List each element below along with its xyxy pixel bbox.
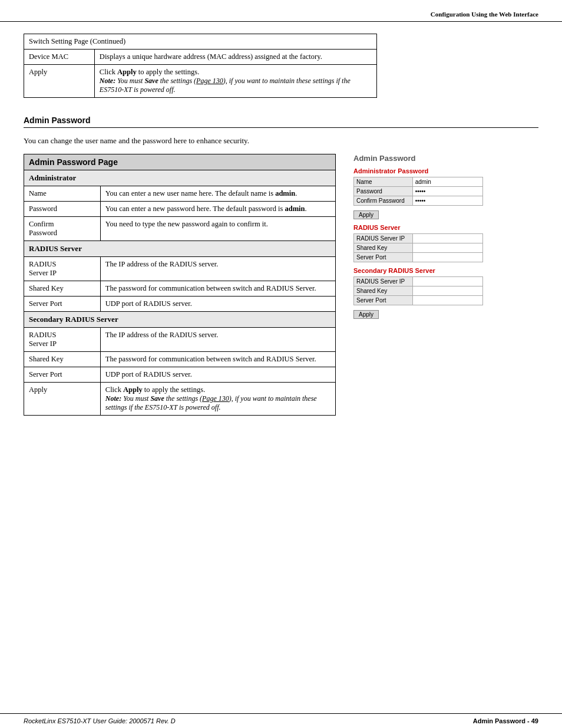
password-label: Password (24, 202, 101, 217)
mini-table-row: Server Port (354, 253, 483, 262)
device-mac-label: Device MAC (24, 50, 95, 65)
apply-label-bottom: Apply (24, 383, 101, 416)
mini-name-label: Name (354, 177, 413, 187)
mini-table-row: Server Port (354, 296, 483, 305)
mini-password-label: Password (354, 187, 413, 196)
table-row: RADIUSServer IP The IP address of the RA… (24, 328, 336, 352)
table-row: Password You can enter a new password he… (24, 202, 336, 217)
secondary-shared-key-label: Shared Key (24, 352, 101, 367)
page-footer: RocketLinx ES7510-XT User Guide: 2000571… (0, 713, 562, 728)
radius-subtitle: RADIUS Server (353, 224, 507, 231)
table-row: RADIUSServer IP The IP address of the RA… (24, 257, 336, 281)
table-row: Server Port UDP port of RADIUS server. (24, 367, 336, 383)
section-intro: You can change the user name and the pas… (24, 136, 538, 146)
page-header: Configuration Using the Web Interface (0, 0, 562, 22)
mini-radius-ip-label: RADIUS Server IP (354, 234, 413, 243)
switch-table-header: Switch Setting Page (Continued) (24, 34, 377, 50)
mini-secondary-port-value (412, 296, 482, 305)
shared-key-desc: The password for communication between s… (100, 281, 335, 297)
table-row: ConfirmPassword You need to type the new… (24, 217, 336, 241)
mini-confirm-value: ••••• (412, 196, 482, 206)
mini-name-value: admin (412, 177, 482, 187)
radius-label: RADIUS Server (24, 241, 336, 257)
mini-shared-key-value (412, 243, 482, 253)
mini-password-value: ••••• (412, 187, 482, 196)
table-row: Shared Key The password for communicatio… (24, 281, 336, 297)
footer-right-text: Admin Password - 49 (473, 717, 538, 724)
password-desc: You can enter a new password here. The d… (100, 202, 335, 217)
apply-desc: Click Apply to apply the settings. Note:… (94, 65, 376, 98)
secondary-radius-ip-desc: The IP address of the RADIUS server. (100, 328, 335, 352)
administrator-section-header: Administrator (24, 170, 336, 186)
name-desc: You can enter a new user name here. The … (100, 186, 335, 202)
footer-left-text: RocketLinx ES7510-XT User Guide: 2000571… (24, 717, 176, 724)
mini-table-row: RADIUS Server IP (354, 234, 483, 243)
mini-table-row: Name admin (354, 177, 483, 187)
mini-shared-key-label: Shared Key (354, 243, 413, 253)
two-col-layout: Admin Password Page Administrator Name Y… (24, 154, 538, 416)
admin-password-title: Admin Password (24, 116, 538, 125)
radius-server-ip-label: RADIUSServer IP (24, 257, 101, 281)
mini-server-port-value (412, 253, 482, 262)
right-panel-title: Admin Password (353, 154, 507, 163)
table-row: Server Port UDP port of RADIUS server. (24, 297, 336, 312)
mini-table-row: Confirm Password ••••• (354, 196, 483, 206)
section-divider (24, 127, 538, 128)
mini-table-row: Shared Key (354, 286, 483, 296)
server-port-label: Server Port (24, 297, 101, 312)
main-content: Switch Setting Page (Continued) Device M… (0, 22, 562, 439)
mini-secondary-ip-value (412, 277, 482, 286)
confirm-password-desc: You need to type the new password again … (100, 217, 335, 241)
radius-mini-table: RADIUS Server IP Shared Key Server Port (353, 233, 483, 262)
secondary-server-port-label: Server Port (24, 367, 101, 383)
admin-page-header: Admin Password Page (24, 154, 336, 170)
right-panel: Admin Password Administrator Password Na… (353, 154, 507, 324)
secondary-server-port-desc: UDP port of RADIUS server. (100, 367, 335, 383)
radius-server-ip-desc: The IP address of the RADIUS server. (100, 257, 335, 281)
mini-confirm-label: Confirm Password (354, 196, 413, 206)
server-port-desc: UDP port of RADIUS server. (100, 297, 335, 312)
secondary-radius-mini-table: RADIUS Server IP Shared Key Server Port (353, 276, 483, 305)
radius-section-header: RADIUS Server (24, 241, 336, 257)
secondary-radius-ip-label: RADIUSServer IP (24, 328, 101, 352)
table-row: Apply Click Apply to apply the settings.… (24, 65, 377, 98)
table-row: Apply Click Apply to apply the settings.… (24, 383, 336, 416)
table-row: Name You can enter a new user name here.… (24, 186, 336, 202)
mini-secondary-key-value (412, 286, 482, 296)
confirm-password-label: ConfirmPassword (24, 217, 101, 241)
apply-label: Apply (24, 65, 95, 98)
table-row: Shared Key The password for communicatio… (24, 352, 336, 367)
shared-key-label: Shared Key (24, 281, 101, 297)
mini-table-row: Shared Key (354, 243, 483, 253)
apply-desc-bottom: Click Apply to apply the settings. Note:… (100, 383, 335, 416)
mini-radius-ip-value (412, 234, 482, 243)
mini-secondary-ip-label: RADIUS Server IP (354, 277, 413, 286)
header-title: Configuration Using the Web Interface (431, 11, 538, 18)
secondary-radius-subtitle: Secondary RADIUS Server (353, 267, 507, 274)
admin-password-table: Admin Password Page Administrator Name Y… (24, 154, 336, 416)
mini-server-port-label: Server Port (354, 253, 413, 262)
admin-mini-table: Name admin Password ••••• Confirm Passwo… (353, 177, 483, 206)
device-mac-desc: Displays a unique hardware address (MAC … (94, 50, 376, 65)
secondary-radius-label: Secondary RADIUS Server (24, 312, 336, 328)
secondary-shared-key-desc: The password for communication between s… (100, 352, 335, 367)
admin-apply-button[interactable]: Apply (353, 210, 379, 219)
switch-setting-table: Switch Setting Page (Continued) Device M… (24, 34, 377, 98)
mini-secondary-key-label: Shared Key (354, 286, 413, 296)
name-label: Name (24, 186, 101, 202)
admin-password-subtitle: Administrator Password (353, 167, 507, 174)
secondary-apply-button[interactable]: Apply (353, 310, 379, 319)
mini-table-row: RADIUS Server IP (354, 277, 483, 286)
mini-secondary-port-label: Server Port (354, 296, 413, 305)
table-row: Device MAC Displays a unique hardware ad… (24, 50, 377, 65)
mini-table-row: Password ••••• (354, 187, 483, 196)
secondary-radius-section-header: Secondary RADIUS Server (24, 312, 336, 328)
administrator-label: Administrator (24, 170, 336, 186)
